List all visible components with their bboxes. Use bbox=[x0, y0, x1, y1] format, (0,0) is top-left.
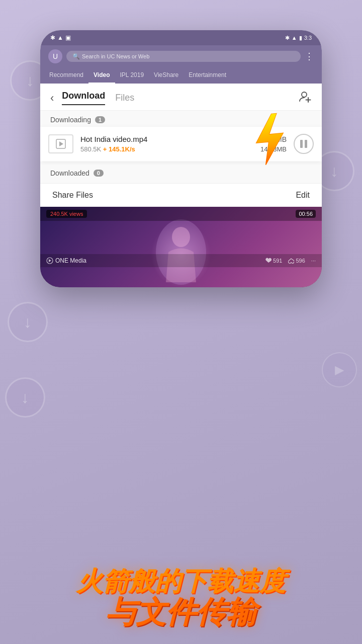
bottom-text-line2: 与文件传输 bbox=[20, 596, 342, 629]
bottom-promo-text: 火箭般的下载速度 与文件传输 bbox=[0, 567, 362, 629]
status-icon-wifi: ▲ bbox=[292, 35, 297, 41]
downloaded-count-badge: 0 bbox=[94, 170, 104, 177]
status-right: ✱ ▲ ▮ 3:3 bbox=[285, 35, 312, 41]
nav-tab-vieshare[interactable]: VieShare bbox=[149, 67, 184, 84]
like-count: 591 bbox=[265, 258, 282, 264]
video-overlay-top: 240.5K views 00:56 bbox=[40, 207, 322, 221]
more-options-icon[interactable]: ··· bbox=[311, 258, 316, 264]
browser-bar: U 🔍 Search in UC News or Web ⋮ bbox=[40, 45, 322, 67]
downloading-count-badge: 1 bbox=[95, 116, 105, 123]
bg-play-icon: ▶ bbox=[322, 352, 357, 387]
bg-download-icon-4: ↓ bbox=[5, 377, 45, 418]
status-icon-bt: ✱ bbox=[50, 34, 55, 41]
bg-download-icon-3: ↓ bbox=[8, 302, 48, 342]
svg-marker-4 bbox=[59, 141, 63, 146]
svg-point-0 bbox=[302, 92, 307, 97]
svg-point-10 bbox=[172, 227, 190, 247]
download-panel: ‹ Download Files Downloading 1 bbox=[40, 84, 322, 287]
views-badge: 240.5K views bbox=[46, 210, 87, 218]
downloaded-label-text: Downloaded bbox=[50, 169, 89, 177]
search-bar[interactable]: 🔍 Search in UC News or Web bbox=[66, 51, 301, 62]
performer-svg bbox=[148, 217, 214, 287]
item-speed: 580.5K + 145.1K/s bbox=[80, 145, 135, 153]
svg-rect-8 bbox=[305, 140, 307, 148]
status-time: 3:3 bbox=[304, 35, 312, 41]
edit-button[interactable]: Edit bbox=[296, 191, 310, 200]
avatar[interactable]: U bbox=[48, 49, 62, 63]
video-actions: 591 596 ··· bbox=[265, 258, 316, 264]
artist-name: ONE Media bbox=[46, 257, 86, 264]
tab-files[interactable]: Files bbox=[115, 93, 134, 103]
status-bar: ✱ ▲ ▣ ✱ ▲ ▮ 3:3 bbox=[40, 30, 322, 45]
svg-marker-12 bbox=[49, 259, 51, 262]
pause-button[interactable] bbox=[294, 134, 314, 154]
search-placeholder: Search in UC News or Web bbox=[82, 53, 149, 59]
nav-tab-entertainment[interactable]: Entertainment bbox=[184, 67, 231, 84]
status-left: ✱ ▲ ▣ bbox=[50, 34, 71, 41]
back-button[interactable]: ‹ bbox=[50, 92, 54, 105]
phone-frame: ✱ ▲ ▣ ✱ ▲ ▮ 3:3 U 🔍 Search in UC News or… bbox=[40, 30, 322, 287]
download-header: ‹ Download Files bbox=[40, 84, 322, 111]
nav-tabs: Recommend Video IPL 2019 VieShare Entert… bbox=[40, 67, 322, 84]
browser-menu-icon[interactable]: ⋮ bbox=[305, 51, 314, 62]
downloading-label-text: Downloading bbox=[50, 116, 91, 124]
speed-delta: + 145.1K/s bbox=[103, 145, 135, 153]
nav-tab-ipl[interactable]: IPL 2019 bbox=[115, 67, 149, 84]
dislike-count: 596 bbox=[288, 258, 305, 264]
bottom-text-line1: 火箭般的下载速度 bbox=[20, 567, 342, 596]
lightning-icon bbox=[241, 110, 297, 179]
share-files-button[interactable]: Share Files bbox=[52, 191, 93, 200]
video-content-area: 240.5K views 00:56 ONE Media 591 596 bbox=[40, 207, 322, 287]
nav-tab-video[interactable]: Video bbox=[88, 67, 115, 84]
nav-tab-recommend[interactable]: Recommend bbox=[44, 67, 88, 84]
video-thumbnail bbox=[48, 134, 73, 153]
status-icon-bluetooth: ✱ bbox=[285, 35, 290, 41]
add-user-button[interactable] bbox=[299, 90, 312, 106]
status-icon-battery: ▮ bbox=[299, 35, 302, 41]
video-artist-row: ONE Media 591 596 ··· bbox=[40, 254, 322, 267]
download-item: Hot India video.mp4 15.60MB 580.5K + 145… bbox=[40, 127, 322, 161]
status-icon-screen: ▣ bbox=[65, 34, 71, 41]
svg-rect-7 bbox=[300, 140, 303, 148]
status-icon-signal: ▲ bbox=[57, 34, 63, 41]
search-icon: 🔍 bbox=[72, 53, 80, 60]
tab-download[interactable]: Download bbox=[62, 91, 105, 105]
speed-base: 580.5K bbox=[80, 145, 101, 153]
duration-badge: 00:56 bbox=[296, 210, 316, 218]
bottom-action-bar: Share Files Edit bbox=[40, 183, 322, 207]
item-filename: Hot India video.mp4 bbox=[80, 135, 147, 143]
